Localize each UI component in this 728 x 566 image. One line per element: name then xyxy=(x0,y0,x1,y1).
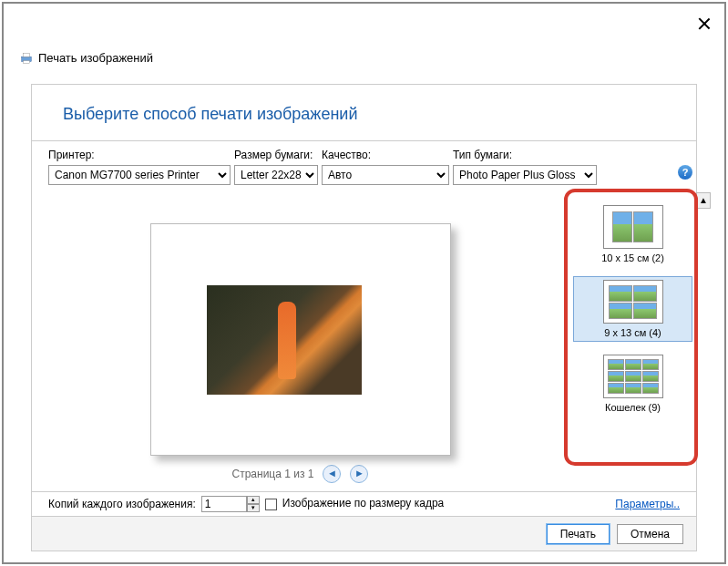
quality-select[interactable]: Авто xyxy=(322,165,449,185)
help-icon[interactable]: ? xyxy=(678,165,692,180)
svg-rect-2 xyxy=(24,60,30,63)
fit-frame-checkbox[interactable] xyxy=(265,499,277,510)
dialog-title: Печать изображений xyxy=(38,51,153,65)
scroll-up-button[interactable]: ▲ xyxy=(696,192,711,209)
next-page-button[interactable]: ► xyxy=(350,465,368,483)
close-icon[interactable] xyxy=(697,16,712,31)
copies-up-button[interactable]: ▲ xyxy=(247,496,260,504)
prev-page-button[interactable]: ◄ xyxy=(323,465,341,483)
page-info-row: Страница 1 из 1 ◄ ► xyxy=(232,465,369,483)
printer-label: Принтер: xyxy=(48,149,231,161)
copies-input[interactable] xyxy=(201,496,247,512)
divider xyxy=(32,140,696,141)
paper-size-label: Размер бумаги: xyxy=(234,149,318,161)
preview-pane: Страница 1 из 1 ◄ ► xyxy=(32,194,569,512)
svg-rect-1 xyxy=(24,53,30,57)
preview-photo xyxy=(207,285,362,395)
layout-label: 10 x 15 см (2) xyxy=(601,252,664,263)
paper-size-select[interactable]: Letter 22x28 xyxy=(234,165,318,185)
printer-icon xyxy=(20,52,33,65)
print-button[interactable]: Печать xyxy=(547,524,610,544)
fit-frame-label: Изображение по размеру кадра xyxy=(282,498,444,509)
cancel-button[interactable]: Отмена xyxy=(617,524,683,544)
dialog-title-row: Печать изображений xyxy=(20,51,153,65)
bottom-bar: Копий каждого изображения: ▲ ▼ Изображен… xyxy=(32,491,696,516)
paper-type-label: Тип бумаги: xyxy=(453,149,597,161)
page-prompt: Выберите способ печати изображений xyxy=(32,85,696,124)
layout-label: 9 x 13 см (4) xyxy=(604,327,661,338)
layout-option-10x15[interactable]: 10 x 15 см (2) xyxy=(573,201,692,267)
page-counter: Страница 1 из 1 xyxy=(232,468,314,480)
copies-label: Копий каждого изображения: xyxy=(48,498,196,510)
layout-label: Кошелек (9) xyxy=(605,402,661,413)
printer-select[interactable]: Canon MG7700 series Printer xyxy=(48,165,231,185)
options-link[interactable]: Параметры.. xyxy=(615,498,680,510)
dialog-window: Печать изображений Выберите способ печат… xyxy=(2,2,726,564)
layout-option-wallet[interactable]: Кошелек (9) xyxy=(573,351,692,417)
page-preview xyxy=(150,223,451,456)
controls-row: Принтер: Canon MG7700 series Printer Раз… xyxy=(32,149,696,185)
layout-option-9x13[interactable]: 9 x 13 см (4) xyxy=(573,276,692,342)
main-area: Страница 1 из 1 ◄ ► ▲ 10 x 15 см (2) 9 x… xyxy=(32,194,696,512)
content-panel: Выберите способ печати изображений Принт… xyxy=(31,84,697,551)
titlebar xyxy=(4,4,724,46)
layout-list: ▲ 10 x 15 см (2) 9 x 13 см (4) Кошелек (… xyxy=(569,194,696,512)
quality-label: Качество: xyxy=(322,149,449,161)
copies-down-button[interactable]: ▼ xyxy=(247,504,260,512)
paper-type-select[interactable]: Photo Paper Plus Gloss xyxy=(453,165,597,185)
action-bar: Печать Отмена xyxy=(32,516,696,551)
copies-spinner: ▲ ▼ xyxy=(201,496,260,512)
